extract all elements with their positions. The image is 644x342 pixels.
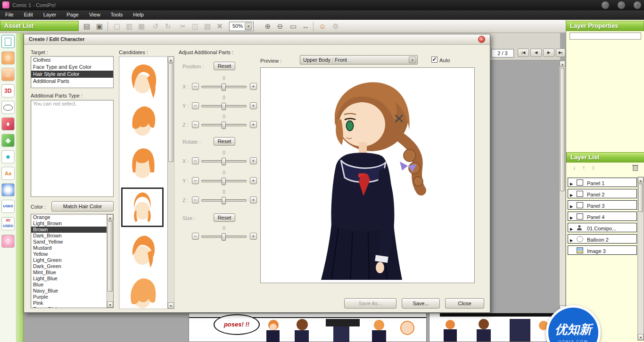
scroll-up-icon[interactable]: ▲ — [107, 214, 113, 220]
expand-icon[interactable]: ▶ — [570, 191, 573, 200]
close-button[interactable]: Close — [445, 298, 484, 309]
expand-icon[interactable]: ▶ — [570, 203, 573, 211]
plus-button[interactable]: + — [250, 177, 257, 184]
slider-thumb[interactable] — [222, 158, 226, 165]
plus-button[interactable]: + — [250, 83, 257, 90]
zoom-dropdown-arrow[interactable]: ▼ — [245, 23, 252, 30]
auto-checkbox[interactable]: ✓ — [431, 57, 438, 63]
character-pose-icon[interactable]: ☺ — [1, 68, 15, 81]
position-z-slider[interactable] — [201, 124, 247, 126]
minus-button[interactable]: − — [192, 233, 199, 240]
used-items-icon[interactable]: USED — [1, 200, 15, 213]
scroll-thumb[interactable] — [107, 221, 113, 292]
target-item[interactable]: Clothes — [31, 57, 113, 64]
page-list-icon[interactable]: ▥ — [124, 21, 135, 32]
color-item[interactable]: Navy_Blue — [31, 288, 107, 294]
scroll-thumb[interactable] — [168, 63, 173, 162]
layer-row-character[interactable]: ▶ 01.Comipo... — [568, 223, 637, 232]
rotate-left-icon[interactable]: ↺ — [150, 21, 161, 32]
slider-thumb[interactable] — [222, 83, 226, 91]
color-list-scrollbar[interactable]: ▲ ▼ — [107, 214, 113, 308]
layer-row-panel-2[interactable]: ▶ Panel 2 — [568, 189, 637, 198]
layer-row-balloon[interactable]: ▶ Balloon 2 — [568, 234, 637, 244]
hair-candidate-6[interactable] — [121, 275, 164, 309]
size-reset-button[interactable]: Reset — [214, 213, 235, 222]
paste-icon[interactable]: ▧ — [202, 21, 213, 32]
effect-flash-icon[interactable]: ✦ — [1, 183, 15, 196]
scroll-down-icon[interactable]: ▼ — [638, 334, 644, 340]
color-item[interactable]: Mint_Blue — [31, 269, 107, 276]
position-x-slider[interactable] — [201, 86, 247, 88]
comic-page-right[interactable] — [429, 313, 559, 342]
delete-icon[interactable]: ✖ — [214, 21, 225, 32]
color-item[interactable]: Pink — [31, 300, 107, 306]
export-page-icon[interactable]: ▦ — [136, 21, 147, 32]
next-page-button[interactable]: ▶ — [543, 49, 554, 57]
pose-tool-icon[interactable]: ☺ — [317, 21, 328, 32]
scroll-down-icon[interactable]: ▼ — [168, 302, 174, 309]
cut-icon[interactable]: ✂ — [177, 21, 189, 32]
color-item[interactable]: Rose_Pink — [31, 306, 107, 308]
scroll-up-icon[interactable]: ▲ — [168, 57, 174, 63]
hair-candidate-3[interactable] — [121, 145, 164, 185]
item-asset-icon[interactable]: ♦ — [1, 117, 15, 130]
color-item[interactable]: Dark_Green — [31, 263, 107, 269]
move-layer-up-icon[interactable]: ↑ — [582, 164, 585, 171]
layer-properties-field[interactable] — [570, 33, 641, 40]
used-3d-icon[interactable]: 3DUSED — [1, 217, 15, 230]
new-page-icon[interactable]: ▢ — [111, 21, 123, 32]
color-item[interactable]: Blue — [31, 282, 107, 288]
print-icon[interactable]: ▤ — [81, 21, 92, 32]
target-item[interactable]: Additional Parts — [31, 78, 113, 85]
delete-layer-icon[interactable] — [632, 164, 638, 172]
layer-list-scrollbar[interactable]: ▲ ▼ — [637, 177, 644, 341]
rotate-reset-button[interactable]: Reset — [214, 137, 235, 146]
color-item[interactable]: Dark_Brown — [31, 233, 107, 239]
layer-row-image[interactable]: Image 3 — [568, 245, 637, 255]
minus-button[interactable]: − — [192, 102, 199, 109]
plus-button[interactable]: + — [250, 157, 257, 164]
hair-candidate-1[interactable] — [121, 60, 164, 100]
slider-thumb[interactable] — [222, 122, 226, 129]
minus-button[interactable]: − — [192, 177, 199, 184]
menu-tools[interactable]: Tools — [106, 10, 128, 19]
layer-row-panel-3[interactable]: ▶ Panel 3 — [568, 200, 637, 210]
expand-icon[interactable]: ▶ — [570, 236, 573, 245]
target-item-selected[interactable]: Hair Style and Color — [31, 71, 113, 78]
close-window-button[interactable]: × — [634, 1, 641, 9]
menu-layer[interactable]: Layer — [38, 10, 62, 19]
comic-page-left[interactable]: poses! !! — [189, 313, 427, 342]
first-page-button[interactable]: |◀ — [518, 49, 529, 57]
color-item[interactable]: Yellow — [31, 251, 107, 257]
plus-button[interactable]: + — [250, 233, 257, 240]
balloon-asset-icon[interactable] — [1, 101, 15, 114]
canvas-scroll-thumb[interactable] — [560, 68, 565, 191]
menu-view[interactable]: View — [84, 10, 106, 19]
minus-button[interactable]: − — [192, 196, 199, 204]
color-item[interactable]: Light_Green — [31, 257, 107, 263]
scroll-up-icon[interactable]: ▲ — [638, 177, 644, 183]
hair-candidate-2[interactable] — [121, 103, 164, 142]
copy-icon[interactable]: ◫ — [190, 21, 201, 32]
rotate-z-slider[interactable] — [201, 199, 247, 202]
character-face-icon[interactable]: ☺ — [1, 51, 15, 65]
color-item[interactable]: Light_Blue — [31, 276, 107, 282]
preview-view-select[interactable]: Upper Body : Front ▼ — [300, 55, 418, 65]
prev-page-button[interactable]: ◀ — [530, 49, 542, 57]
minimize-button[interactable]: ─ — [602, 1, 609, 9]
slider-thumb[interactable] — [222, 178, 226, 185]
plus-button[interactable]: + — [250, 196, 257, 204]
canvas-vertical-scrollbar[interactable]: ▲ ▼ — [559, 60, 566, 312]
minus-button[interactable]: − — [192, 157, 199, 164]
single-page-view-icon[interactable]: ▭ — [288, 21, 299, 32]
zoom-out-icon[interactable]: ⊖ — [274, 21, 286, 32]
color-item[interactable]: Purple — [31, 294, 107, 300]
hair-candidate-4-selected[interactable] — [121, 187, 164, 227]
save-icon[interactable]: ▣ — [94, 21, 105, 32]
position-y-slider[interactable] — [201, 105, 247, 107]
layer-row-panel-4[interactable]: ▶ Panel 4 — [568, 212, 637, 221]
rotate-right-icon[interactable]: ↻ — [162, 21, 173, 32]
color-listbox[interactable]: Orange Light_Brown Brown Dark_Brown Sand… — [31, 214, 114, 308]
combo-dropdown-arrow[interactable]: ▼ — [409, 57, 416, 63]
page-asset-icon[interactable] — [1, 35, 15, 48]
